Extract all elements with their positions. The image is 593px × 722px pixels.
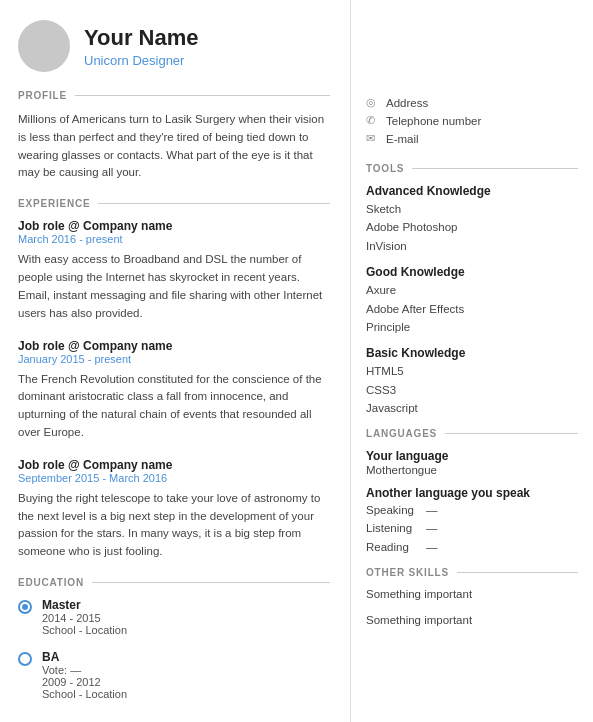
lang-primary-native: Mothertongue xyxy=(366,464,578,476)
lang-reading-value: — xyxy=(426,538,438,557)
education-entry-1: Master 2014 - 2015 School - Location xyxy=(18,598,330,636)
phone-label: Telephone number xyxy=(386,115,481,127)
job-date-1: March 2016 - present xyxy=(18,233,330,245)
lang-listening-row: Listening — xyxy=(366,519,578,538)
contact-section: ◎ Address ✆ Telephone number ✉ E-mail xyxy=(366,96,578,145)
other-skills-section-label: OTHER SKILLS xyxy=(366,567,578,578)
tools-basic-label: Basic Knowledge xyxy=(366,346,578,360)
tools-section-label: TOOLS xyxy=(366,163,578,174)
tool-javascript: Javascript xyxy=(366,399,578,417)
profile-text: Millions of Americans turn to Lasik Surg… xyxy=(18,111,330,182)
tool-sketch: Sketch xyxy=(366,200,578,218)
other-skills-section: OTHER SKILLS Something important Somethi… xyxy=(366,567,578,626)
skill-item-2: Something important xyxy=(366,614,578,626)
profile-section-label: PROFILE xyxy=(18,90,330,101)
tool-css3: CSS3 xyxy=(366,381,578,399)
avatar xyxy=(18,20,70,72)
contact-phone: ✆ Telephone number xyxy=(366,114,578,127)
tool-aftereffects: Adobe After Effects xyxy=(366,300,578,318)
education-entry-2: BA Vote: — 2009 - 2012 School - Location xyxy=(18,650,330,700)
edu-info-2: BA Vote: — 2009 - 2012 School - Location xyxy=(42,650,127,700)
profile-section: PROFILE Millions of Americans turn to La… xyxy=(18,90,330,182)
edu-degree-2: BA xyxy=(42,650,127,664)
languages-section: LANGUAGES Your language Mothertongue Ano… xyxy=(366,428,578,558)
lang-secondary-name: Another language you speak xyxy=(366,486,578,500)
tool-invision: InVision xyxy=(366,237,578,255)
experience-job-1: Job role @ Company name March 2016 - pre… xyxy=(18,219,330,322)
tool-axure: Axure xyxy=(366,281,578,299)
edu-years-2: 2009 - 2012 xyxy=(42,676,127,688)
tool-html5: HTML5 xyxy=(366,362,578,380)
languages-section-label: LANGUAGES xyxy=(366,428,578,439)
email-label: E-mail xyxy=(386,133,419,145)
lang-speaking-value: — xyxy=(426,501,438,520)
education-section: EDUCATION Master 2014 - 2015 School - Lo… xyxy=(18,577,330,700)
job-desc-2: The French Revolution constituted for th… xyxy=(18,371,330,442)
header-info: Your Name Unicorn Designer xyxy=(84,25,199,68)
tools-section: TOOLS Advanced Knowledge Sketch Adobe Ph… xyxy=(366,163,578,418)
lang-listening-label: Listening xyxy=(366,519,426,538)
language-primary: Your language Mothertongue xyxy=(366,449,578,476)
lang-speaking-row: Speaking — xyxy=(366,501,578,520)
lang-reading-row: Reading — xyxy=(366,538,578,557)
edu-vote-2: Vote: — xyxy=(42,664,127,676)
experience-job-2: Job role @ Company name January 2015 - p… xyxy=(18,339,330,442)
edu-radio-2 xyxy=(18,652,32,666)
edu-school-2: School - Location xyxy=(42,688,127,700)
experience-section: EXPERIENCE Job role @ Company name March… xyxy=(18,198,330,561)
job-date-2: January 2015 - present xyxy=(18,353,330,365)
experience-section-label: EXPERIENCE xyxy=(18,198,330,209)
education-section-label: EDUCATION xyxy=(18,577,330,588)
tools-advanced: Advanced Knowledge Sketch Adobe Photosho… xyxy=(366,184,578,255)
location-icon: ◎ xyxy=(366,96,380,109)
edu-years-1: 2014 - 2015 xyxy=(42,612,127,624)
lang-primary-name: Your language xyxy=(366,449,578,463)
resume-header: Your Name Unicorn Designer xyxy=(18,20,330,72)
edu-radio-1 xyxy=(18,600,32,614)
candidate-title: Unicorn Designer xyxy=(84,53,199,68)
job-date-3: September 2015 - March 2016 xyxy=(18,472,330,484)
edu-degree-1: Master xyxy=(42,598,127,612)
edu-info-1: Master 2014 - 2015 School - Location xyxy=(42,598,127,636)
experience-job-3: Job role @ Company name September 2015 -… xyxy=(18,458,330,561)
tool-principle: Principle xyxy=(366,318,578,336)
tools-advanced-label: Advanced Knowledge xyxy=(366,184,578,198)
job-desc-3: Buying the right telescope to take your … xyxy=(18,490,330,561)
contact-address: ◎ Address xyxy=(366,96,578,109)
phone-icon: ✆ xyxy=(366,114,380,127)
tools-good: Good Knowledge Axure Adobe After Effects… xyxy=(366,265,578,336)
tool-photoshop: Adobe Photoshop xyxy=(366,218,578,236)
edu-school-1: School - Location xyxy=(42,624,127,636)
language-secondary: Another language you speak Speaking — Li… xyxy=(366,486,578,558)
lang-listening-value: — xyxy=(426,519,438,538)
skill-item-1: Something important xyxy=(366,588,578,600)
job-desc-1: With easy access to Broadband and DSL th… xyxy=(18,251,330,322)
lang-speaking-label: Speaking xyxy=(366,501,426,520)
email-icon: ✉ xyxy=(366,132,380,145)
job-title-2: Job role @ Company name xyxy=(18,339,330,353)
candidate-name: Your Name xyxy=(84,25,199,51)
job-title-3: Job role @ Company name xyxy=(18,458,330,472)
tools-good-label: Good Knowledge xyxy=(366,265,578,279)
tools-basic: Basic Knowledge HTML5 CSS3 Javascript xyxy=(366,346,578,417)
contact-email: ✉ E-mail xyxy=(366,132,578,145)
lang-reading-label: Reading xyxy=(366,538,426,557)
address-label: Address xyxy=(386,97,428,109)
job-title-1: Job role @ Company name xyxy=(18,219,330,233)
